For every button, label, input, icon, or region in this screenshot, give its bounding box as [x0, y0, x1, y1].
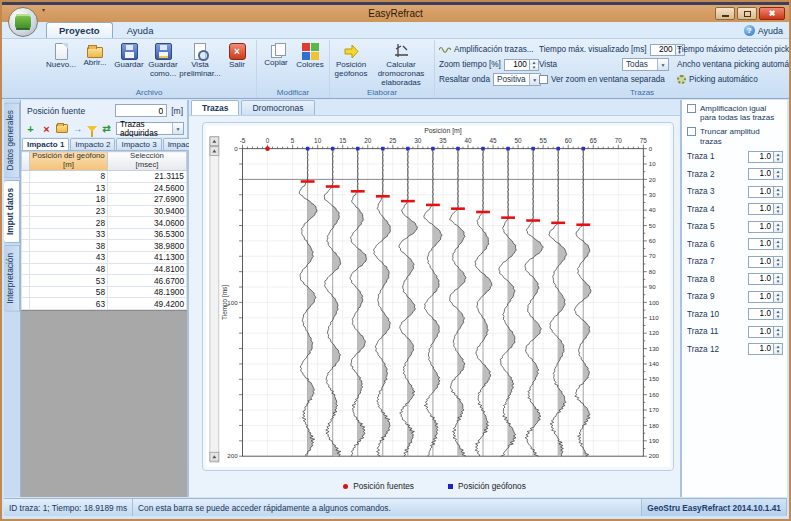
selection-time-cell[interactable]: 41.1300	[108, 252, 187, 264]
guardar-como-button[interactable]: Guardar como...	[146, 41, 180, 79]
delete-row-icon[interactable]: ×	[40, 122, 53, 135]
posicion-geofonos-button[interactable]: Posición geófonos	[332, 41, 370, 79]
import-icon[interactable]: →	[71, 122, 84, 135]
selection-time-cell[interactable]: 27.6900	[108, 194, 187, 206]
trace-amplitude-spinner[interactable]: ▲▼	[748, 168, 783, 180]
table-row[interactable]: 4844.8100	[22, 263, 187, 275]
geophone-position-cell[interactable]: 48	[30, 263, 108, 275]
tab-ayuda[interactable]: Ayuda	[115, 23, 166, 38]
copiar-button[interactable]: Copiar	[259, 41, 293, 68]
selection-time-cell[interactable]: 46.6700	[108, 275, 187, 287]
open-traces-icon[interactable]	[56, 124, 68, 133]
spin-down-icon[interactable]: ▼	[774, 349, 782, 354]
trace-amplitude-input[interactable]	[748, 326, 774, 338]
impact-tab-2[interactable]: Impacto 2	[70, 138, 115, 150]
sidebar-tab-datos-generales[interactable]: Datos generales	[4, 102, 20, 178]
row-selector[interactable]	[22, 228, 30, 240]
trace-amplitude-input[interactable]	[748, 273, 774, 285]
minimize-button[interactable]	[715, 7, 735, 20]
table-row[interactable]: 5346.6700	[22, 275, 187, 287]
trace-amplitude-input[interactable]	[748, 221, 774, 233]
spin-down-icon[interactable]: ▼	[774, 174, 782, 179]
spinner-arrows[interactable]: ▲▼	[774, 273, 783, 285]
vista-select[interactable]: Todas▼	[622, 58, 669, 71]
abrir-button[interactable]: Abrir...	[78, 41, 112, 68]
resaltar-onda-select[interactable]: Positiva▼	[493, 73, 541, 86]
row-selector[interactable]	[22, 263, 30, 275]
chart-tab-trazas[interactable]: Trazas	[191, 100, 239, 115]
spinner-arrows[interactable]: ▲▼	[774, 291, 783, 303]
amplificacion-igual-checkbox[interactable]	[687, 104, 696, 113]
spin-down-icon[interactable]: ▼	[774, 314, 782, 319]
spinner-arrows[interactable]: ▲▼	[774, 221, 783, 233]
add-row-icon[interactable]: +	[24, 122, 37, 135]
tab-proyecto[interactable]: Proyecto	[46, 22, 113, 38]
spinner-arrows[interactable]: ▲▼	[774, 186, 783, 198]
table-row[interactable]: 1827.6900	[22, 194, 187, 206]
trace-amplitude-spinner[interactable]: ▲▼	[748, 326, 783, 338]
close-button[interactable]: ✖	[759, 7, 785, 20]
geophone-position-cell[interactable]: 23	[30, 205, 108, 217]
spinner-arrows[interactable]: ▲▼	[774, 326, 783, 338]
trace-amplitude-spinner[interactable]: ▲▼	[748, 343, 783, 355]
trace-amplitude-spinner[interactable]: ▲▼	[748, 308, 783, 320]
selection-time-cell[interactable]: 36.5300	[108, 228, 187, 240]
geophone-position-cell[interactable]: 13	[30, 182, 108, 194]
trace-amplitude-spinner[interactable]: ▲▼	[748, 238, 783, 250]
selection-time-cell[interactable]: 38.9800	[108, 240, 187, 252]
row-selector[interactable]	[22, 194, 30, 206]
selection-time-cell[interactable]: 24.5600	[108, 182, 187, 194]
geophone-position-cell[interactable]: 8	[30, 170, 108, 182]
geophone-position-cell[interactable]: 18	[30, 194, 108, 206]
truncar-amplitud-row[interactable]: Truncar amplitud trazas	[687, 127, 783, 145]
trace-amplitude-spinner[interactable]: ▲▼	[748, 151, 783, 163]
spin-down-icon[interactable]: ▼	[774, 209, 782, 214]
row-selector[interactable]	[22, 252, 30, 264]
ver-zoom-checkbox-row[interactable]: Ver zoom en ventana separada	[539, 73, 669, 86]
row-selector[interactable]	[22, 217, 30, 229]
guardar-button[interactable]: Guardar	[112, 41, 146, 70]
table-row[interactable]: 3336.5300	[22, 228, 187, 240]
spin-down-icon[interactable]: ▼	[774, 332, 782, 337]
spin-down-icon[interactable]: ▼	[774, 227, 782, 232]
col-header-posicion[interactable]: Posición del geófono[m]	[30, 152, 108, 171]
spinner-arrows[interactable]: ▲▼	[774, 151, 783, 163]
vista-preliminar-button[interactable]: Vista preliminar...	[180, 41, 220, 79]
nuevo-button[interactable]: Nuevo...	[44, 41, 78, 70]
application-menu-button[interactable]	[8, 7, 38, 37]
geophone-position-cell[interactable]: 53	[30, 275, 108, 287]
trace-amplitude-spinner[interactable]: ▲▼	[748, 186, 783, 198]
trace-amplitude-input[interactable]	[748, 308, 774, 320]
zoom-tiempo-spinner[interactable]: ▲▼	[504, 59, 539, 71]
trace-amplitude-input[interactable]	[748, 151, 774, 163]
spinner-arrows[interactable]: ▲▼	[774, 308, 783, 320]
amplificacion-igual-row[interactable]: Amplificación igual para todas las traza…	[687, 104, 783, 122]
selection-time-cell[interactable]: 21.3115	[108, 170, 187, 182]
geophone-position-cell[interactable]: 38	[30, 240, 108, 252]
trace-amplitude-input[interactable]	[748, 256, 774, 268]
trace-source-select[interactable]: Trazas adquiridas ▼	[116, 122, 184, 135]
trace-amplitude-input[interactable]	[748, 343, 774, 355]
col-header-seleccion[interactable]: Selección[msec]	[108, 152, 187, 171]
trace-amplitude-spinner[interactable]: ▲▼	[748, 221, 783, 233]
colores-button[interactable]: Colores	[293, 41, 327, 70]
posicion-fuente-input[interactable]	[115, 104, 167, 117]
selection-time-cell[interactable]: 48.1900	[108, 286, 187, 298]
row-selector[interactable]	[22, 170, 30, 182]
chart-tab-dromocronas[interactable]: Dromocronas	[241, 100, 314, 115]
filter-icon[interactable]	[87, 126, 97, 132]
selection-time-cell[interactable]: 34.0600	[108, 217, 187, 229]
geophone-position-cell[interactable]: 58	[30, 286, 108, 298]
spinner-arrows[interactable]: ▲▼	[774, 168, 783, 180]
geophone-position-cell[interactable]: 33	[30, 228, 108, 240]
table-row[interactable]: 4341.1300	[22, 252, 187, 264]
spin-down-icon[interactable]: ▼	[774, 244, 782, 249]
spin-down-icon[interactable]: ▼	[774, 262, 782, 267]
impact-tab-1[interactable]: Impacto 1	[22, 138, 69, 150]
table-row[interactable]: 2330.9400	[22, 205, 187, 217]
impact-tab-3[interactable]: Impacto 3	[116, 138, 161, 150]
table-row[interactable]: 821.3115	[22, 170, 187, 182]
sidebar-tab-interpretación[interactable]: Interpretación	[4, 245, 20, 312]
maximize-button[interactable]	[737, 7, 757, 20]
trace-amplitude-spinner[interactable]: ▲▼	[748, 203, 783, 215]
